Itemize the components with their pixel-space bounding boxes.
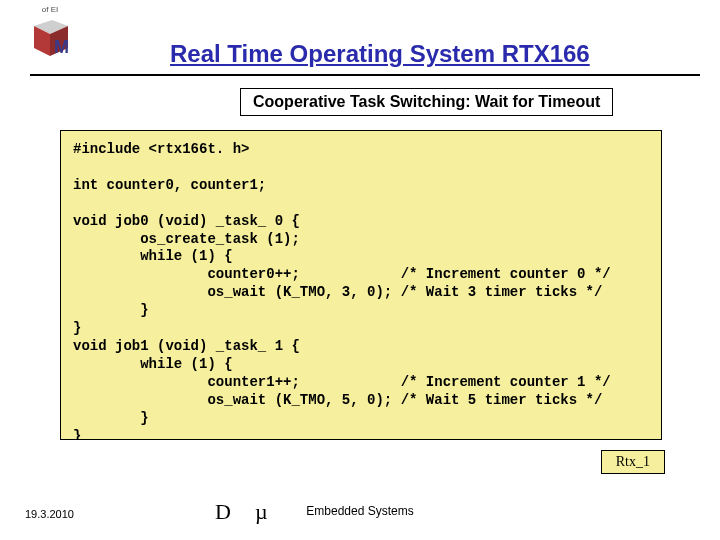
logo-letter: M: [54, 37, 69, 58]
title-rule: [30, 74, 700, 76]
subtitle-box: Cooperative Task Switching: Wait for Tim…: [240, 88, 613, 116]
logo: of EI M: [20, 5, 80, 56]
tag-box: Rtx_1: [601, 450, 665, 474]
code-box: #include <rtx166t. h> int counter0, coun…: [60, 130, 662, 440]
footer-center: Embedded Systems: [0, 504, 720, 518]
page-title: Real Time Operating System RTX166: [170, 40, 590, 68]
code-content: #include <rtx166t. h> int counter0, coun…: [73, 141, 611, 440]
tag-text: Rtx_1: [616, 454, 650, 469]
logo-top-label: of EI: [20, 5, 80, 14]
subtitle-text: Cooperative Task Switching: Wait for Tim…: [253, 93, 600, 110]
